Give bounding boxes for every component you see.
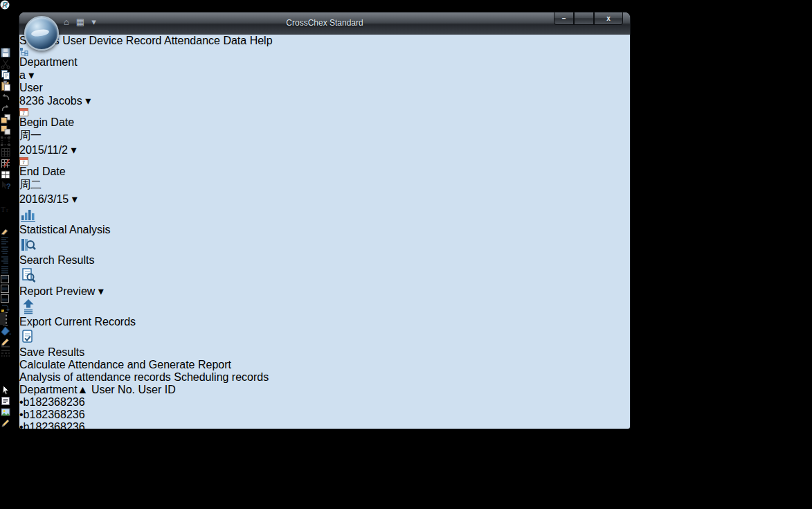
grid-row[interactable]: •b182368236 bbox=[19, 496, 630, 508]
grid-cell: 8236 bbox=[35, 483, 60, 495]
svg-text:T: T bbox=[1, 205, 6, 213]
tab-analysis-of-attendance-records[interactable]: Analysis of attendance records bbox=[19, 371, 171, 383]
copy-icon bbox=[0, 69, 11, 80]
designer-app-icon: R bbox=[0, 0, 10, 10]
align-justify-icon bbox=[0, 265, 10, 274]
border-none-icon bbox=[6, 312, 7, 325]
statistical-analysis-button[interactable]: Statistical Analysis bbox=[19, 206, 630, 236]
help-arrow-icon: ? bbox=[0, 180, 11, 191]
ribbon-group-label: Calculate Attendance and Generate Report bbox=[19, 359, 630, 371]
text-block-icon bbox=[0, 395, 11, 407]
cursor-icon bbox=[0, 384, 11, 395]
valign-middle-icon bbox=[0, 284, 10, 294]
department-value: a bbox=[19, 69, 26, 81]
end-date-value: 周二 2016/3/15 bbox=[19, 179, 69, 205]
tab-help[interactable]: Help bbox=[250, 35, 273, 46]
department-label: Department bbox=[19, 56, 78, 68]
save-check-icon bbox=[19, 328, 37, 346]
export-up-arrow-icon bbox=[19, 298, 37, 316]
line-style-icon bbox=[0, 348, 11, 359]
grid-cell: 8236 bbox=[35, 458, 60, 470]
grid-cell: 8236 bbox=[60, 421, 85, 433]
grid-cell: 8236 bbox=[35, 446, 60, 458]
grid-cell: 8236 bbox=[60, 446, 85, 458]
user-select[interactable]: 8236 Jacobs ▾ bbox=[19, 94, 630, 107]
snap-to-grid-icon bbox=[0, 158, 11, 169]
orb-highlight bbox=[31, 28, 50, 37]
minimize-button[interactable]: – bbox=[0, 22, 6, 34]
column-header-user-id[interactable]: User ID bbox=[138, 384, 175, 395]
anviz-logo-orb[interactable] bbox=[24, 16, 59, 51]
department-select[interactable]: a ▾ bbox=[19, 69, 630, 82]
dropdown-arrow-icon[interactable]: ▾ bbox=[11, 359, 17, 371]
send-to-back-icon bbox=[0, 125, 11, 136]
grid-row[interactable]: •b182368236 bbox=[19, 434, 630, 446]
line-width-select[interactable]: 1 ▾ bbox=[2, 359, 17, 371]
crosschex-titlebar[interactable]: ⌂ ▦ ▾ CrossChex Standard – x bbox=[19, 12, 630, 35]
crosschex-window: ⌂ ▦ ▾ CrossChex Standard – x Settings Us… bbox=[19, 12, 630, 429]
dropdown-arrow-icon: ▾ bbox=[85, 95, 91, 107]
grid-cell: 8236 bbox=[35, 434, 60, 445]
grid-row[interactable]: •b182368236 bbox=[19, 458, 630, 471]
valign-top-icon bbox=[0, 274, 10, 284]
scissors-icon bbox=[0, 58, 11, 69]
grid-row[interactable]: •b182368236 bbox=[19, 446, 630, 458]
grid-cell: 8236 bbox=[60, 434, 85, 445]
grid-row[interactable]: •b182368236 bbox=[19, 421, 630, 434]
grid-cell: 8236 bbox=[60, 409, 85, 420]
ribbon-tab-bar: Settings User Device Record Attendance D… bbox=[19, 35, 630, 47]
tab-data[interactable]: Data bbox=[223, 35, 246, 46]
tab-attendance[interactable]: Attendance bbox=[164, 35, 220, 46]
window-controls: – x bbox=[554, 12, 623, 25]
search-results-button[interactable]: Search Results bbox=[19, 236, 630, 267]
grid-cell: b1 bbox=[24, 458, 36, 470]
grid-cell: 8236 bbox=[60, 496, 85, 508]
end-date-select[interactable]: 周二 2016/3/15 ▾ bbox=[19, 178, 86, 206]
grid-cell: 8236 bbox=[35, 471, 60, 483]
close-button[interactable]: x bbox=[594, 12, 623, 25]
grid-cell: 8236 bbox=[60, 483, 85, 495]
grid-cell: 8236 bbox=[35, 396, 60, 408]
begin-date-select[interactable]: 周一 2015/11/2 ▾ bbox=[19, 129, 86, 157]
grid-row[interactable]: •b182368236 bbox=[19, 409, 630, 421]
grid-cell: b1 bbox=[24, 409, 36, 420]
svg-text:r: r bbox=[6, 206, 8, 213]
minimize-button[interactable]: – bbox=[554, 12, 574, 25]
svg-text:?: ? bbox=[6, 182, 11, 190]
highlighter-icon bbox=[0, 228, 10, 235]
export-current-records-button[interactable]: Export Current Records bbox=[19, 298, 630, 328]
sort-ascending-icon: ▲ bbox=[78, 384, 89, 395]
picture-icon bbox=[0, 407, 11, 418]
grid-row[interactable]: •b182368236 bbox=[19, 396, 630, 409]
attendance-grid: Department▲ User No. User ID •b182368236… bbox=[19, 384, 630, 509]
maximize-button[interactable] bbox=[574, 12, 594, 25]
border-none-button[interactable] bbox=[6, 312, 7, 325]
attendance-grid-header: Department▲ User No. User ID bbox=[19, 384, 630, 396]
pen-icon bbox=[0, 418, 11, 429]
report-preview-button[interactable]: Report Preview ▾ bbox=[19, 267, 630, 298]
save-results-button[interactable]: Save Results bbox=[19, 328, 630, 359]
line-color-pen-icon bbox=[0, 337, 11, 348]
grid-cell: 8236 bbox=[35, 421, 60, 433]
close-button[interactable]: x bbox=[9, 22, 15, 34]
grid-cell: b1 bbox=[24, 396, 36, 408]
tab-scheduling-records[interactable]: Scheduling records bbox=[174, 371, 269, 383]
cells-icon bbox=[0, 169, 11, 180]
file-menu[interactable]: File bbox=[0, 35, 18, 46]
tab-record[interactable]: Record bbox=[126, 35, 162, 46]
document-tabs: Analysis of attendance records Schedulin… bbox=[19, 371, 630, 384]
align-center-icon bbox=[0, 245, 10, 255]
paint-bucket-icon bbox=[0, 325, 11, 337]
tab-device[interactable]: Device bbox=[89, 35, 123, 46]
tab-user[interactable]: User bbox=[62, 35, 86, 46]
dropdown-arrow-icon: ▾ bbox=[71, 144, 76, 156]
begin-date-label: Begin Date bbox=[19, 116, 74, 128]
desktop: ⌂ ▦ ▾ CrossChex Standard – x Settings Us… bbox=[0, 0, 812, 509]
grid-row[interactable]: •b182368236 bbox=[19, 471, 630, 483]
column-header-department[interactable]: Department▲ bbox=[19, 384, 88, 395]
grid-row[interactable]: •b182368236 bbox=[19, 483, 630, 496]
user-value: 8236 Jacobs bbox=[19, 95, 82, 107]
grid-cell: 8236 bbox=[60, 471, 85, 483]
column-header-user-no[interactable]: User No. bbox=[91, 384, 135, 395]
window-title: CrossChex Standard bbox=[19, 18, 630, 28]
